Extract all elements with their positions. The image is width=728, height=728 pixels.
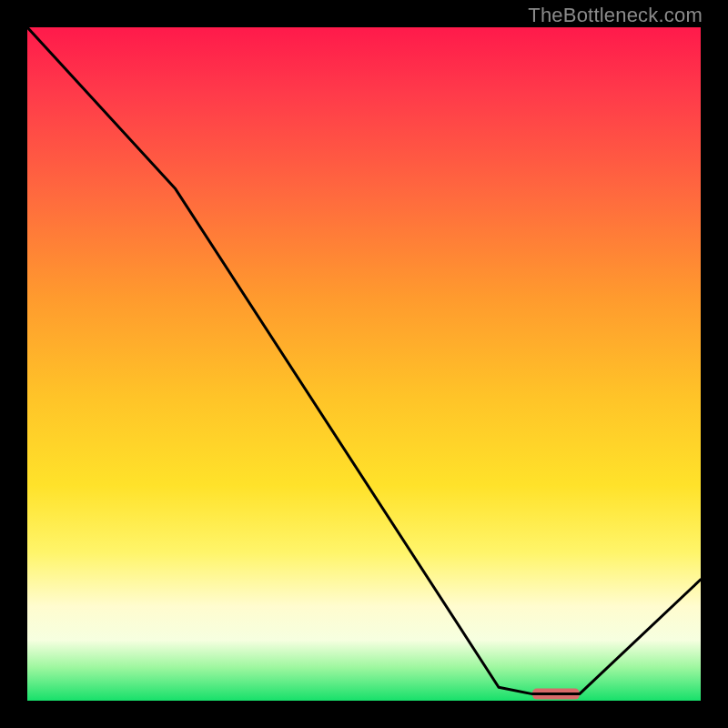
watermark-text: TheBottleneck.com xyxy=(528,4,703,27)
plot-area xyxy=(27,27,701,701)
plot-svg xyxy=(27,27,701,701)
bottleneck-curve xyxy=(27,27,701,694)
chart-frame: TheBottleneck.com xyxy=(0,0,728,728)
